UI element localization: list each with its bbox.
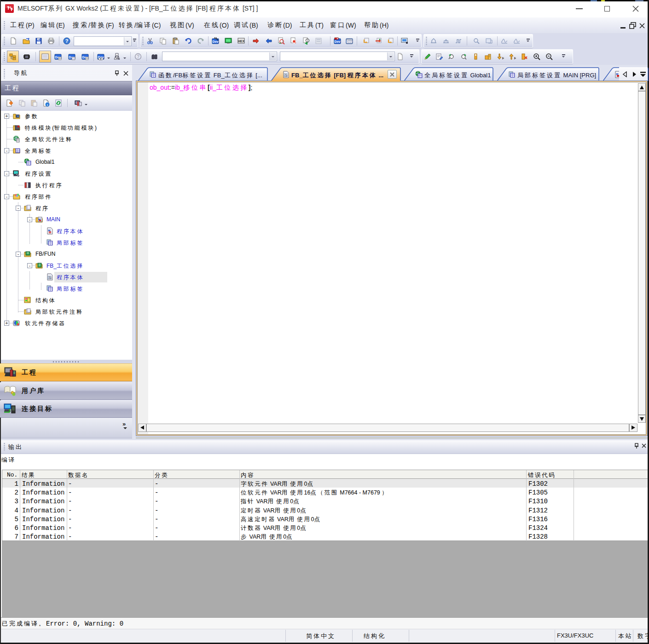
svg-text:?: ? <box>65 38 69 44</box>
svg-text:ST: ST <box>48 276 52 279</box>
svg-text:Dev: Dev <box>213 40 219 43</box>
svg-text:?: ? <box>137 54 139 59</box>
svg-text:H: H <box>502 56 504 60</box>
svg-text:Dev: Dev <box>335 40 341 43</box>
svg-text:Dev: Dev <box>347 40 353 43</box>
svg-text:i: i <box>47 103 48 107</box>
svg-text:HEX: HEX <box>238 40 245 43</box>
svg-text:H: H <box>514 56 516 60</box>
svg-text:ST: ST <box>284 74 288 77</box>
